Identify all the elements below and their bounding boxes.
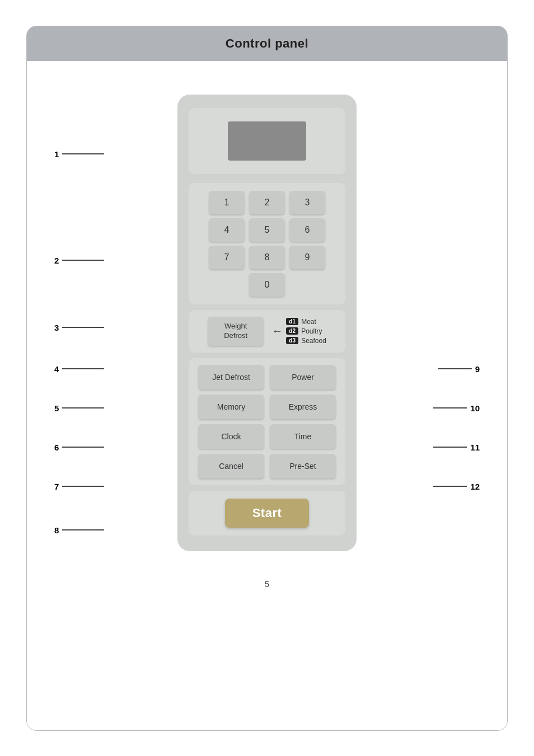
label-4: 4 [54, 364, 104, 374]
defrost-label-poultry: Poultry [301, 327, 322, 335]
key-3[interactable]: 3 [289, 191, 325, 214]
function-buttons-section: Jet Defrost Power Memory Express Clock [189, 358, 345, 485]
defrost-section: WeightDefrost ← d1 Meat d2 [189, 310, 345, 353]
key-6[interactable]: 6 [289, 218, 325, 242]
control-panel-device: 1 2 3 4 5 6 7 8 [177, 95, 357, 551]
label-line-5 [62, 407, 104, 408]
key-7[interactable]: 7 [209, 246, 245, 269]
key-5[interactable]: 5 [249, 218, 285, 242]
left-labels: 1 2 3 4 [54, 83, 161, 562]
label-line-1 [62, 153, 104, 154]
key-2[interactable]: 2 [249, 191, 285, 214]
label-line-3 [62, 327, 104, 328]
label-line-7 [62, 486, 104, 487]
label-12: 12 [433, 482, 480, 491]
page-number: 5 [265, 579, 269, 589]
label-5: 5 [54, 403, 104, 413]
numpad-row-2: 4 5 6 [209, 218, 325, 242]
outer-card: Control panel 1 2 [26, 26, 508, 731]
key-4[interactable]: 4 [209, 218, 245, 242]
key-1[interactable]: 1 [209, 191, 245, 214]
power-button[interactable]: Power [270, 365, 336, 389]
label-6: 6 [54, 443, 104, 452]
badge-d3: d3 [286, 337, 298, 344]
defrost-option-poultry: d2 Poultry [286, 327, 326, 335]
numpad-row-1: 1 2 3 [209, 191, 325, 214]
func-row-6: Clock Time [194, 424, 340, 449]
defrost-arrow-options: ← d1 Meat d2 Poultry [271, 318, 326, 345]
label-3: 3 [54, 323, 104, 332]
page-wrapper: Control panel 1 2 [0, 0, 534, 756]
right-labels: 9 10 11 12 [390, 83, 480, 562]
start-section: Start [189, 491, 345, 536]
title-bar: Control panel [27, 26, 507, 61]
key-8[interactable]: 8 [249, 246, 285, 269]
device-wrapper: 1 2 3 4 5 6 7 8 [177, 95, 357, 551]
defrost-options: d1 Meat d2 Poultry d3 Se [286, 318, 326, 345]
label-num-9: 9 [475, 364, 480, 374]
badge-d2: d2 [286, 327, 298, 335]
page-title: Control panel [27, 36, 507, 51]
diagram-area: 1 2 3 4 [54, 83, 480, 562]
label-num-5: 5 [54, 403, 59, 413]
label-2: 2 [54, 256, 104, 265]
label-num-3: 3 [54, 323, 59, 332]
jet-defrost-button[interactable]: Jet Defrost [198, 365, 264, 389]
label-line-12 [433, 486, 467, 487]
label-11: 11 [433, 443, 480, 452]
memory-button[interactable]: Memory [198, 395, 264, 419]
weight-defrost-button[interactable]: WeightDefrost [208, 317, 264, 346]
label-line-10 [433, 407, 467, 408]
label-line-4 [62, 368, 104, 369]
label-num-2: 2 [54, 256, 59, 265]
label-line-2 [62, 260, 104, 261]
label-num-11: 11 [470, 443, 480, 452]
label-num-12: 12 [470, 482, 480, 491]
key-0[interactable]: 0 [249, 273, 285, 297]
label-num-4: 4 [54, 364, 59, 374]
func-row-7: Cancel Pre-Set [194, 454, 340, 478]
label-1: 1 [54, 149, 104, 159]
badge-d1: d1 [286, 318, 298, 325]
display-section [189, 108, 345, 174]
label-line-9 [438, 368, 472, 369]
label-10: 10 [433, 403, 480, 413]
time-button[interactable]: Time [270, 424, 336, 449]
start-button[interactable]: Start [225, 499, 309, 528]
label-line-6 [62, 447, 104, 448]
clock-button[interactable]: Clock [198, 424, 264, 449]
numpad-section: 1 2 3 4 5 6 7 8 [189, 183, 345, 304]
label-line-11 [433, 447, 467, 448]
label-num-6: 6 [54, 443, 59, 452]
key-9[interactable]: 9 [289, 246, 325, 269]
label-num-7: 7 [54, 482, 59, 491]
defrost-label-seafood: Seafood [301, 337, 326, 345]
content-area: 1 2 3 4 [27, 61, 507, 708]
label-7: 7 [54, 482, 104, 491]
label-line-8 [62, 529, 104, 530]
label-9: 9 [438, 364, 480, 374]
numpad-row-3: 7 8 9 [209, 246, 325, 269]
display-screen [228, 121, 306, 161]
defrost-option-meat: d1 Meat [286, 318, 326, 326]
label-num-10: 10 [470, 403, 480, 413]
func-row-5: Memory Express [194, 395, 340, 419]
func-row-4: Jet Defrost Power [194, 365, 340, 389]
cancel-button[interactable]: Cancel [198, 454, 264, 478]
defrost-option-seafood: d3 Seafood [286, 337, 326, 345]
pre-set-button[interactable]: Pre-Set [270, 454, 336, 478]
express-button[interactable]: Express [270, 395, 336, 419]
label-8: 8 [54, 525, 104, 535]
label-num-1: 1 [54, 149, 59, 159]
defrost-arrow-icon: ← [271, 325, 283, 337]
label-num-8: 8 [54, 525, 59, 535]
numpad-row-4: 0 [249, 273, 285, 297]
defrost-label-meat: Meat [301, 318, 316, 326]
